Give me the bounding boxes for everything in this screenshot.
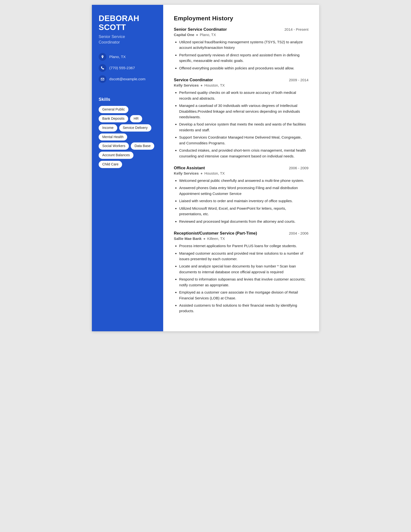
main-content: Employment History Senior Service Coordi…	[163, 5, 319, 331]
jobs-list: Senior Service Coordinator2014 - Present…	[174, 27, 308, 314]
bullet-item: Welcomed general public cheerfully and a…	[179, 178, 308, 183]
bullet-item: Performed quality checks on all work to …	[179, 90, 308, 101]
resume-container: DEBORAHSCOTT Senior ServiceCoordinator P…	[92, 5, 319, 331]
skills-title: Skills	[99, 97, 156, 102]
job-block: Service Coordinator2009 - 2014Kelly Serv…	[174, 78, 308, 159]
contact-location: Plano, TX	[99, 53, 156, 61]
skills-section: Skills General PublicBank DepositsHRInco…	[99, 97, 156, 168]
skill-tag: Account Balances	[99, 152, 133, 159]
email-icon	[99, 75, 106, 83]
job-header: Service Coordinator2009 - 2014	[174, 78, 308, 83]
job-dates: 2014 - Present	[284, 27, 308, 31]
job-bullets: Welcomed general public cheerfully and a…	[174, 178, 308, 224]
bullet-item: Answered phones Data entry Word processi…	[179, 185, 308, 196]
bullet-item: Support Services Coordinator Managed Hom…	[179, 134, 308, 146]
bullet-item: Offered everything possible within polic…	[179, 65, 308, 71]
skill-tag: HR	[130, 115, 142, 122]
job-bullets: Performed quality checks on all work to …	[174, 90, 308, 159]
bullet-item: Utilized Microsoft Word, Excel, and Powe…	[179, 206, 308, 217]
bullet-item: Process internet applications for Parent…	[179, 243, 308, 249]
skill-tag: General Public	[99, 106, 128, 113]
candidate-title: Senior ServiceCoordinator	[99, 34, 156, 45]
phone-text: (770) 555-2367	[109, 66, 135, 70]
phone-icon	[99, 64, 106, 72]
bullet-item: Managed a caseload of 30 individuals wit…	[179, 103, 308, 120]
job-block: Senior Service Coordinator2014 - Present…	[174, 27, 308, 71]
job-company: Capital One●Plano, TX	[174, 33, 308, 37]
job-title: Service Coordinator	[174, 78, 213, 83]
skill-tag: Bank Deposits	[99, 115, 128, 122]
job-company: Kelly Services●Houston, TX	[174, 171, 308, 175]
job-header: Receptionist/Customer Service (Part-Time…	[174, 231, 308, 236]
job-block: Office Assistant2006 - 2009Kelly Service…	[174, 166, 308, 224]
skills-list: General PublicBank DepositsHRIncomeServi…	[99, 106, 156, 168]
job-dates: 2006 - 2009	[289, 166, 308, 170]
job-title: Senior Service Coordinator	[174, 27, 227, 32]
contact-phone: (770) 555-2367	[99, 64, 156, 72]
bullet-item: Locate and analyze special loan document…	[179, 263, 308, 275]
job-header: Senior Service Coordinator2014 - Present	[174, 27, 308, 32]
skill-tag: Service Delivery	[119, 124, 151, 132]
bullet-item: Employed as a customer care associate in…	[179, 289, 308, 301]
svg-rect-0	[101, 78, 104, 80]
job-dates: 2004 - 2006	[289, 231, 308, 235]
skill-tag: Data Base	[131, 142, 154, 150]
job-header: Office Assistant2006 - 2009	[174, 166, 308, 171]
skill-tag: Child Care	[99, 161, 122, 168]
job-bullets: Process internet applications for Parent…	[174, 243, 308, 314]
email-text: dscott@example.com	[109, 77, 145, 81]
section-employment-title: Employment History	[174, 15, 308, 22]
location-icon	[99, 53, 106, 61]
bullet-item: Utilized special fraud/banking managemen…	[179, 39, 308, 50]
skill-tag: Mental Health	[99, 133, 127, 141]
job-company: Kelly Services●Houston, TX	[174, 83, 308, 87]
job-block: Receptionist/Customer Service (Part-Time…	[174, 231, 308, 314]
job-dates: 2009 - 2014	[289, 78, 308, 82]
bullet-item: Performed quarterly reviews of direct re…	[179, 52, 308, 64]
bullet-item: Managed customer accounts and provided r…	[179, 250, 308, 262]
job-bullets: Utilized special fraud/banking managemen…	[174, 39, 308, 71]
location-text: Plano, TX	[109, 55, 126, 59]
job-title: Receptionist/Customer Service (Part-Time…	[174, 231, 257, 236]
skill-tag: Income	[99, 124, 117, 132]
bullet-item: Respond to information subpoenas and lev…	[179, 276, 308, 288]
job-title: Office Assistant	[174, 166, 205, 171]
bullet-item: Conducted intakes, and provided short-te…	[179, 148, 308, 159]
bullet-item: Reviewed and processed legal documents f…	[179, 218, 308, 224]
bullet-item: Assisted customers to find solutions to …	[179, 303, 308, 314]
bullet-item: Develop a food service system that meets…	[179, 121, 308, 133]
contact-section: Plano, TX (770) 555-2367 dscott@examp	[99, 53, 156, 86]
contact-email: dscott@example.com	[99, 75, 156, 83]
bullet-item: Liaised with vendors to order and mainta…	[179, 198, 308, 204]
candidate-name: DEBORAHSCOTT	[99, 14, 156, 32]
sidebar: DEBORAHSCOTT Senior ServiceCoordinator P…	[92, 5, 163, 331]
job-company: Sallie Mae Bank●Killeen, TX	[174, 237, 308, 241]
skill-tag: Social Workers	[99, 142, 129, 150]
